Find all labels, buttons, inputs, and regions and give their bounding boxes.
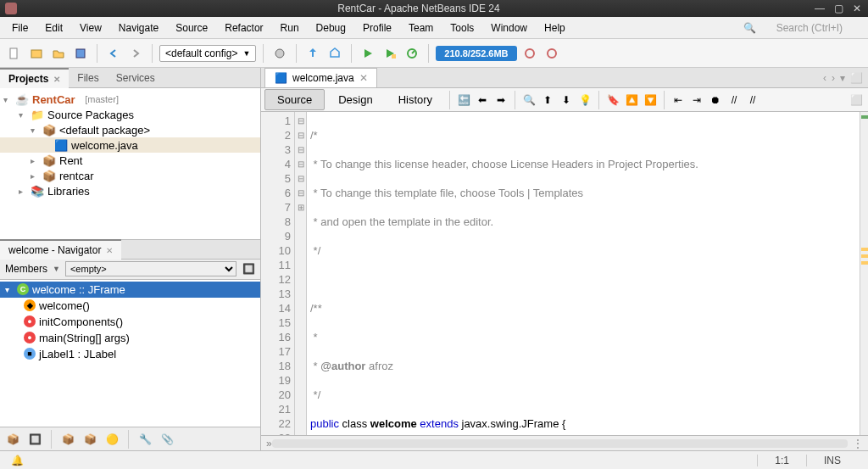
menu-tools[interactable]: Tools — [442, 19, 482, 37]
nav-filter-3[interactable]: 📦 — [58, 430, 77, 449]
menu-source[interactable]: Source — [167, 19, 216, 37]
memory-badge[interactable]: 210.8/252.6MB — [436, 46, 516, 61]
last-edit-button[interactable]: 🔙 — [455, 92, 472, 109]
notifications-icon[interactable]: 🔔 — [10, 454, 24, 467]
menu-run[interactable]: Run — [272, 19, 308, 37]
find-prev-button[interactable]: ⬆ — [539, 92, 556, 109]
comment-button[interactable]: // — [726, 92, 743, 109]
profile-run-button[interactable] — [403, 44, 421, 63]
horizontal-scrollbar[interactable] — [272, 439, 848, 448]
chevron-down-icon[interactable]: » — [266, 438, 272, 449]
tab-navigator[interactable]: welcome - Navigator✕ — [0, 239, 121, 260]
minimize-button[interactable]: — — [814, 3, 826, 14]
libraries[interactable]: ▸ 📚 Libraries — [0, 183, 260, 198]
new-project-button[interactable] — [27, 44, 46, 63]
close-icon[interactable]: ✕ — [106, 246, 113, 255]
undo-button[interactable] — [104, 44, 123, 63]
close-icon[interactable]: ✕ — [359, 72, 368, 84]
view-design[interactable]: Design — [326, 90, 384, 109]
close-icon[interactable]: ✕ — [53, 75, 60, 84]
nav-constructor[interactable]: ◆ welcome() — [0, 298, 260, 314]
menu-profile[interactable]: Profile — [354, 19, 400, 37]
nav-jlabel1[interactable]: ■ jLabel1 : JLabel — [0, 346, 260, 362]
editor-tab-welcome[interactable]: 🟦 welcome.java ✕ — [264, 68, 377, 87]
profile-dropdown[interactable] — [270, 44, 289, 63]
nav-main[interactable]: ● main(String[] args) — [0, 330, 260, 346]
maximize-button[interactable]: ▢ — [832, 3, 844, 14]
uncomment-button[interactable]: // — [744, 92, 761, 109]
nav-filter-5[interactable]: 🟡 — [103, 430, 121, 449]
default-package[interactable]: ▾ 📦 <default package> — [0, 122, 260, 137]
build-button[interactable] — [303, 44, 322, 63]
toggle-highlight-button[interactable]: 💡 — [576, 92, 593, 109]
expand-icon[interactable]: ▸ — [19, 187, 27, 196]
menu-edit[interactable]: Edit — [36, 19, 71, 37]
package-rent[interactable]: ▸ 📦 Rent — [0, 153, 260, 168]
tab-projects[interactable]: Projects✕ — [0, 68, 69, 88]
filter-icon[interactable]: 🔲 — [242, 262, 255, 276]
project-tree[interactable]: ▾ ☕ RentCar [master] ▾ 📁 Source Packages… — [0, 88, 260, 239]
collapse-icon[interactable]: ▾ — [19, 110, 27, 120]
run-button[interactable] — [359, 44, 377, 63]
menu-view[interactable]: View — [71, 19, 110, 37]
collapse-icon[interactable]: ▾ — [3, 95, 12, 104]
forward-button[interactable]: ➡ — [492, 92, 509, 109]
collapse-icon[interactable]: ▾ — [31, 126, 39, 135]
fold-gutter[interactable]: ⊟⊟⊟⊟⊟⊟⊞ — [295, 112, 307, 435]
save-all-button[interactable] — [71, 44, 90, 63]
chevron-down-icon[interactable]: ▼ — [53, 265, 60, 273]
source-packages[interactable]: ▾ 📁 Source Packages — [0, 107, 260, 122]
nav-initcomponents[interactable]: ● initComponents() — [0, 314, 260, 330]
prev-tab-icon[interactable]: ‹ — [823, 72, 826, 84]
menu-refactor[interactable]: Refactor — [216, 19, 271, 37]
expand-icon[interactable]: ▸ — [31, 171, 39, 181]
nav-filter-6[interactable]: 🔧 — [136, 430, 154, 449]
nav-filter-7[interactable]: 📎 — [158, 430, 176, 449]
view-source[interactable]: Source — [264, 89, 325, 110]
nav-filter-4[interactable]: 📦 — [81, 430, 99, 449]
prev-bookmark-button[interactable]: 🔼 — [623, 92, 640, 109]
menu-file[interactable]: File — [3, 19, 36, 37]
menu-team[interactable]: Team — [400, 19, 442, 37]
expand-icon[interactable]: ▸ — [31, 156, 39, 165]
navigator-tree[interactable]: ▾ C welcome :: JFrame ◆ welcome() ● init… — [0, 280, 260, 427]
menu-debug[interactable]: Debug — [308, 19, 354, 37]
redo-button[interactable] — [126, 44, 145, 63]
config-select[interactable]: <default config> ▼ — [159, 45, 256, 62]
tab-files[interactable]: Files — [69, 69, 107, 87]
next-tab-icon[interactable]: › — [832, 72, 835, 84]
menu-window[interactable]: Window — [482, 19, 536, 37]
menu-help[interactable]: Help — [536, 19, 574, 37]
kebab-icon[interactable]: ⋮ — [853, 438, 863, 449]
macro-record-button[interactable]: ⏺ — [707, 92, 724, 109]
menu-navigate[interactable]: Navigate — [110, 19, 167, 37]
code-editor[interactable]: 1234567891011121314151617181920212223242… — [261, 112, 868, 435]
split-button[interactable]: ⬜ — [848, 92, 865, 109]
maximize-editor-icon[interactable]: ⬜ — [850, 72, 863, 84]
open-project-button[interactable] — [49, 44, 68, 63]
code-content[interactable]: /* * To change this license header, choo… — [307, 112, 860, 435]
new-file-button[interactable] — [5, 44, 24, 63]
debug-button[interactable] — [381, 44, 399, 63]
tab-services[interactable]: Services — [108, 69, 164, 87]
close-button[interactable]: ✕ — [851, 3, 863, 14]
back-button[interactable]: ⬅ — [474, 92, 491, 109]
toggle-bookmark-button[interactable]: 🔖 — [604, 92, 621, 109]
file-welcome[interactable]: 🟦 welcome.java — [0, 137, 260, 153]
shift-left-button[interactable]: ⇤ — [670, 92, 687, 109]
tab-list-icon[interactable]: ▾ — [840, 72, 845, 84]
global-search[interactable]: 🔍 Search (Ctrl+I) — [735, 19, 865, 37]
nav-class[interactable]: ▾ C welcome :: JFrame — [0, 282, 260, 298]
gc-button[interactable] — [520, 44, 539, 63]
overview-ruler[interactable] — [860, 112, 868, 435]
find-next-button[interactable]: ⬇ — [558, 92, 575, 109]
filter-select[interactable]: <empty> — [65, 261, 236, 276]
view-history[interactable]: History — [387, 90, 444, 109]
find-selection-button[interactable]: 🔍 — [520, 92, 537, 109]
shift-right-button[interactable]: ⇥ — [688, 92, 705, 109]
nav-filter-2[interactable]: 🔲 — [25, 430, 44, 449]
project-root[interactable]: ▾ ☕ RentCar [master] — [0, 92, 260, 107]
next-bookmark-button[interactable]: 🔽 — [642, 92, 659, 109]
nav-filter-1[interactable]: 📦 — [3, 430, 22, 449]
gc-button-2[interactable] — [542, 44, 561, 63]
